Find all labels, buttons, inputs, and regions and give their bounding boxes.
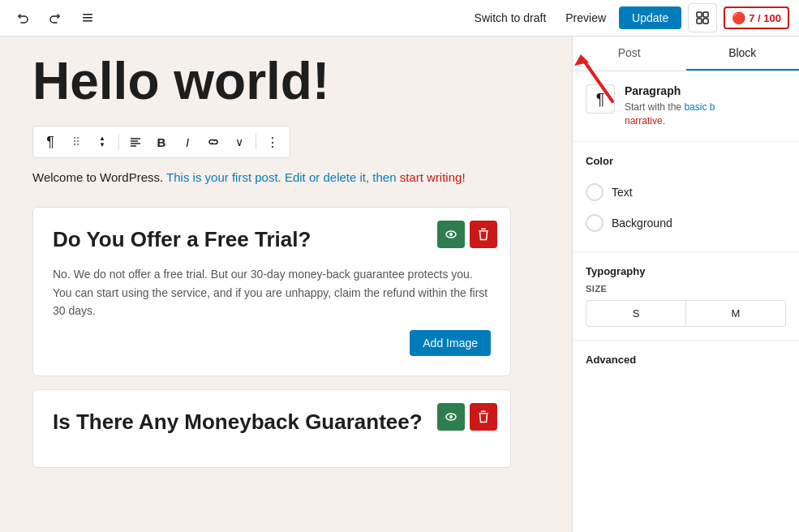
arrow-annotation [560, 45, 625, 113]
revision-counter[interactable]: 🔴 7 / 100 [724, 6, 789, 29]
block-options-button[interactable]: ⋮ [260, 130, 285, 154]
text-color-label: Text [612, 186, 633, 199]
faq-card-1-actions [437, 221, 497, 248]
page-title[interactable]: Hello world! [32, 53, 539, 109]
redo-button[interactable] [42, 5, 68, 31]
block-type-button[interactable]: ¶ [38, 130, 62, 154]
paragraph-block[interactable]: Welcome to WordPress. This is your first… [32, 168, 503, 187]
faq-1-body[interactable]: No. We do not offer a free trial. But ou… [53, 265, 491, 320]
more-rich-text[interactable]: ∨ [227, 130, 251, 154]
color-section-title: Color [586, 155, 786, 167]
typography-title: Typography [586, 265, 786, 277]
switch-to-draft-button[interactable]: Switch to draft [468, 6, 553, 29]
text-color-option[interactable]: Text [586, 177, 786, 208]
faq-2-eye-button[interactable] [437, 403, 465, 431]
add-image-button[interactable]: Add Image [410, 330, 491, 356]
toolbar-divider-2 [256, 134, 256, 150]
typography-section: Typography SIZE S M [573, 252, 799, 341]
tab-block[interactable]: Block [686, 36, 800, 71]
align-button[interactable] [123, 130, 148, 154]
move-up-down[interactable]: ▲▼ [90, 130, 114, 154]
svg-point-13 [449, 233, 453, 236]
top-bar-right: Switch to draft Preview Update 🔴 7 / 100 [468, 3, 789, 32]
top-bar-left [10, 5, 101, 31]
svg-rect-5 [697, 19, 702, 24]
update-button[interactable]: Update [619, 6, 681, 29]
faq-card-1: Do You Offer a Free Trial? No. We do not… [32, 207, 511, 375]
block-info-text: Paragraph Start with the basic b narrati… [625, 84, 715, 128]
background-color-option[interactable]: Background [586, 208, 786, 238]
svg-rect-3 [697, 12, 702, 17]
undo-button[interactable] [10, 5, 36, 31]
background-color-label: Background [612, 217, 672, 230]
advanced-section[interactable]: Advanced [573, 341, 799, 379]
svg-rect-6 [703, 19, 708, 24]
size-label: SIZE [586, 284, 786, 294]
color-section: Color Text Background [573, 142, 799, 252]
editor-area[interactable]: Hello world! ¶ ⠿ ▲▼ B I ∨ ⋮ Welcome to W… [0, 36, 572, 532]
svg-rect-1 [83, 17, 92, 19]
faq-2-delete-button[interactable] [470, 403, 497, 431]
top-bar: Switch to draft Preview Update 🔴 7 / 100 [0, 0, 799, 36]
svg-point-17 [449, 415, 453, 418]
settings-button[interactable] [688, 3, 717, 32]
svg-rect-4 [703, 12, 708, 17]
faq-1-heading[interactable]: Do You Offer a Free Trial? [53, 227, 491, 252]
preview-button[interactable]: Preview [559, 6, 612, 29]
list-view-button[interactable] [75, 5, 101, 31]
size-options: S M [586, 300, 786, 327]
background-color-circle [586, 214, 604, 232]
svg-rect-0 [83, 14, 92, 15]
drag-handle[interactable]: ⠿ [64, 130, 88, 154]
svg-rect-19 [481, 410, 486, 412]
svg-rect-2 [83, 20, 92, 22]
size-m-button[interactable]: M [686, 301, 785, 326]
size-s-button[interactable]: S [586, 301, 686, 326]
svg-rect-15 [481, 229, 486, 230]
advanced-title: Advanced [586, 354, 786, 366]
block-toolbar: ¶ ⠿ ▲▼ B I ∨ ⋮ [32, 126, 290, 158]
faq-1-eye-button[interactable] [437, 221, 465, 248]
text-color-circle [586, 183, 604, 201]
italic-button[interactable]: I [175, 130, 200, 154]
link-button[interactable] [201, 130, 226, 154]
main-layout: Hello world! ¶ ⠿ ▲▼ B I ∨ ⋮ Welcome to W… [0, 36, 799, 532]
bold-button[interactable]: B [149, 130, 174, 154]
faq-card-2-actions [437, 403, 497, 431]
faq-2-heading[interactable]: Is There Any Moneyback Guarantee? [53, 410, 491, 435]
toolbar-divider-1 [118, 134, 119, 150]
faq-1-delete-button[interactable] [470, 221, 497, 248]
faq-card-2: Is There Any Moneyback Guarantee? [32, 389, 511, 468]
